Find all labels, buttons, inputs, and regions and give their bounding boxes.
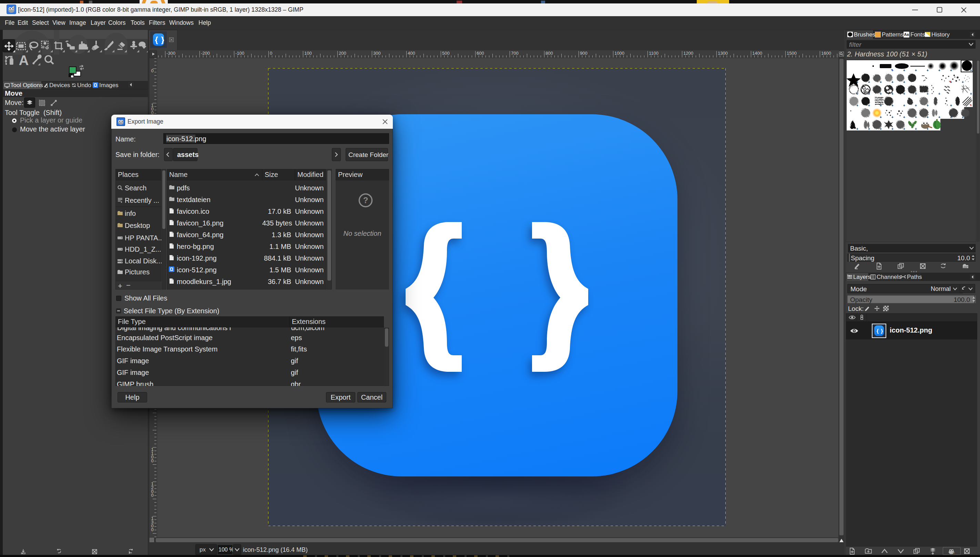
svg-text:+: + — [938, 115, 940, 119]
svg-text:+: + — [915, 127, 917, 130]
svg-text:+: + — [950, 104, 952, 107]
svg-text:+: + — [926, 104, 929, 107]
svg-text:+: + — [950, 68, 952, 72]
svg-text:+: + — [903, 68, 905, 72]
svg-text:+: + — [938, 68, 940, 72]
svg-text:+: + — [970, 68, 972, 72]
svg-text:+: + — [892, 80, 893, 84]
svg-text:+: + — [856, 127, 858, 130]
svg-text:+: + — [880, 80, 882, 84]
svg-text:+: + — [892, 115, 893, 119]
svg-text:?: ? — [363, 195, 368, 205]
svg-text:+: + — [915, 104, 917, 107]
svg-text:+: + — [868, 80, 870, 84]
svg-text:+: + — [856, 80, 858, 84]
svg-text:+: + — [962, 80, 964, 84]
svg-text:+: + — [903, 80, 905, 84]
svg-text:+: + — [903, 92, 905, 96]
svg-text:+: + — [962, 115, 964, 119]
svg-text:+: + — [915, 115, 917, 119]
svg-text:+: + — [970, 92, 972, 96]
svg-text:+: + — [950, 115, 952, 119]
svg-text:+: + — [868, 104, 870, 107]
svg-text:+: + — [938, 92, 940, 96]
svg-text:+: + — [880, 104, 882, 107]
svg-text:+: + — [856, 104, 858, 107]
svg-text:+: + — [926, 127, 929, 130]
svg-text:+: + — [892, 92, 893, 96]
svg-text:+: + — [880, 92, 882, 96]
svg-text:+: + — [926, 68, 929, 72]
svg-text:+: + — [880, 115, 882, 119]
svg-text:+: + — [892, 127, 893, 130]
svg-text:+: + — [915, 92, 917, 96]
svg-text:+: + — [903, 115, 905, 119]
svg-text:+: + — [926, 115, 929, 119]
svg-text:+: + — [856, 92, 858, 96]
svg-text:+: + — [892, 104, 893, 107]
svg-text:+: + — [926, 92, 929, 96]
svg-text:+: + — [868, 92, 870, 96]
svg-text:+: + — [903, 104, 905, 107]
svg-text:+: + — [868, 127, 870, 130]
svg-text:+: + — [903, 127, 905, 130]
svg-text:+: + — [915, 68, 917, 72]
svg-text:+: + — [880, 127, 882, 130]
